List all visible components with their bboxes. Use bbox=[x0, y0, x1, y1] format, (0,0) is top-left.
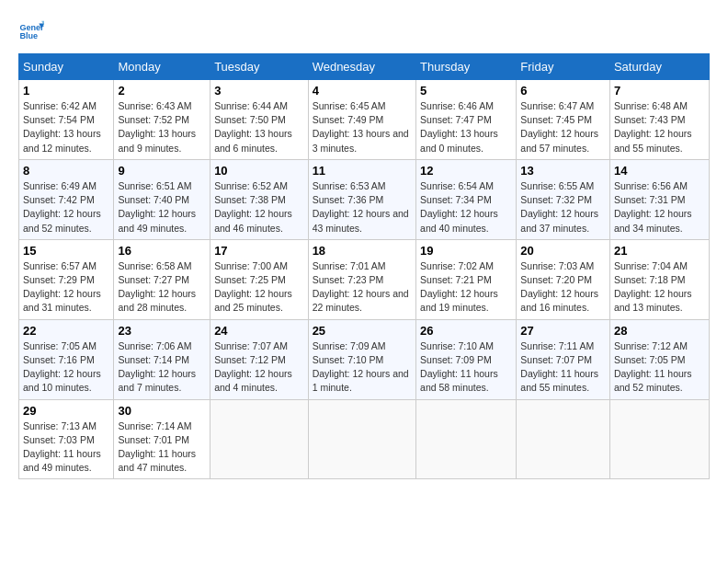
cell-info: Sunrise: 6:47 AM Sunset: 7:45 PM Dayligh… bbox=[520, 99, 606, 155]
logo-icon: General Blue bbox=[18, 18, 44, 44]
calendar-cell: 17 Sunrise: 7:00 AM Sunset: 7:25 PM Dayl… bbox=[210, 239, 309, 319]
day-number: 17 bbox=[214, 244, 304, 258]
week-row-4: 22 Sunrise: 7:05 AM Sunset: 7:16 PM Dayl… bbox=[19, 319, 710, 399]
day-number: 20 bbox=[520, 244, 606, 258]
cell-info: Sunrise: 7:00 AM Sunset: 7:25 PM Dayligh… bbox=[214, 259, 304, 316]
cell-info: Sunrise: 7:07 AM Sunset: 7:12 PM Dayligh… bbox=[214, 339, 304, 396]
calendar-cell: 26 Sunrise: 7:10 AM Sunset: 7:09 PM Dayl… bbox=[416, 319, 517, 399]
day-number: 3 bbox=[214, 84, 304, 98]
cell-info: Sunrise: 6:53 AM Sunset: 7:36 PM Dayligh… bbox=[313, 179, 412, 236]
svg-text:Blue: Blue bbox=[19, 31, 38, 40]
day-number: 21 bbox=[614, 244, 705, 258]
calendar-cell: 23 Sunrise: 7:06 AM Sunset: 7:14 PM Dayl… bbox=[114, 319, 210, 399]
calendar-cell: 27 Sunrise: 7:11 AM Sunset: 7:07 PM Dayl… bbox=[517, 319, 610, 399]
day-number: 27 bbox=[520, 324, 606, 338]
day-number: 24 bbox=[214, 324, 304, 338]
calendar-cell: 14 Sunrise: 6:56 AM Sunset: 7:31 PM Dayl… bbox=[609, 159, 709, 239]
day-number: 5 bbox=[420, 84, 512, 98]
calendar-cell: 24 Sunrise: 7:07 AM Sunset: 7:12 PM Dayl… bbox=[210, 319, 309, 399]
day-number: 6 bbox=[520, 84, 606, 98]
cell-info: Sunrise: 7:04 AM Sunset: 7:18 PM Dayligh… bbox=[614, 259, 705, 316]
calendar-cell: 16 Sunrise: 6:58 AM Sunset: 7:27 PM Dayl… bbox=[114, 239, 210, 319]
cell-info: Sunrise: 7:03 AM Sunset: 7:20 PM Dayligh… bbox=[520, 259, 606, 316]
col-header-friday: Friday bbox=[517, 54, 610, 80]
day-number: 12 bbox=[420, 164, 512, 178]
day-number: 9 bbox=[118, 164, 206, 178]
page-header: General Blue bbox=[18, 18, 710, 44]
calendar-table: SundayMondayTuesdayWednesdayThursdayFrid… bbox=[18, 53, 710, 479]
col-header-monday: Monday bbox=[114, 54, 210, 80]
cell-info: Sunrise: 7:05 AM Sunset: 7:16 PM Dayligh… bbox=[23, 339, 109, 396]
day-number: 8 bbox=[23, 164, 109, 178]
calendar-cell: 10 Sunrise: 6:52 AM Sunset: 7:38 PM Dayl… bbox=[210, 159, 309, 239]
cell-info: Sunrise: 6:44 AM Sunset: 7:50 PM Dayligh… bbox=[214, 99, 304, 155]
day-number: 13 bbox=[520, 164, 606, 178]
cell-info: Sunrise: 6:58 AM Sunset: 7:27 PM Dayligh… bbox=[118, 259, 206, 316]
calendar-cell bbox=[609, 399, 709, 479]
calendar-cell: 13 Sunrise: 6:55 AM Sunset: 7:32 PM Dayl… bbox=[517, 159, 610, 239]
calendar-cell: 2 Sunrise: 6:43 AM Sunset: 7:52 PM Dayli… bbox=[114, 80, 210, 160]
calendar-cell: 25 Sunrise: 7:09 AM Sunset: 7:10 PM Dayl… bbox=[308, 319, 415, 399]
day-number: 1 bbox=[23, 84, 109, 98]
col-header-wednesday: Wednesday bbox=[308, 54, 415, 80]
calendar-cell bbox=[210, 399, 309, 479]
week-row-3: 15 Sunrise: 6:57 AM Sunset: 7:29 PM Dayl… bbox=[19, 239, 710, 319]
calendar-cell: 28 Sunrise: 7:12 AM Sunset: 7:05 PM Dayl… bbox=[609, 319, 709, 399]
cell-info: Sunrise: 7:10 AM Sunset: 7:09 PM Dayligh… bbox=[420, 339, 512, 396]
week-row-2: 8 Sunrise: 6:49 AM Sunset: 7:42 PM Dayli… bbox=[19, 159, 710, 239]
calendar-cell: 3 Sunrise: 6:44 AM Sunset: 7:50 PM Dayli… bbox=[210, 80, 309, 160]
day-number: 10 bbox=[214, 164, 304, 178]
calendar-cell: 29 Sunrise: 7:13 AM Sunset: 7:03 PM Dayl… bbox=[19, 399, 114, 479]
cell-info: Sunrise: 6:54 AM Sunset: 7:34 PM Dayligh… bbox=[420, 179, 512, 236]
col-header-thursday: Thursday bbox=[416, 54, 517, 80]
cell-info: Sunrise: 6:43 AM Sunset: 7:52 PM Dayligh… bbox=[118, 99, 206, 155]
cell-info: Sunrise: 6:57 AM Sunset: 7:29 PM Dayligh… bbox=[23, 259, 109, 316]
week-row-5: 29 Sunrise: 7:13 AM Sunset: 7:03 PM Dayl… bbox=[19, 399, 710, 479]
day-number: 30 bbox=[118, 404, 206, 418]
cell-info: Sunrise: 7:02 AM Sunset: 7:21 PM Dayligh… bbox=[420, 259, 512, 316]
cell-info: Sunrise: 6:52 AM Sunset: 7:38 PM Dayligh… bbox=[214, 179, 304, 236]
day-number: 11 bbox=[313, 164, 412, 178]
calendar-cell: 4 Sunrise: 6:45 AM Sunset: 7:49 PM Dayli… bbox=[308, 80, 415, 160]
calendar-cell: 20 Sunrise: 7:03 AM Sunset: 7:20 PM Dayl… bbox=[517, 239, 610, 319]
day-number: 19 bbox=[420, 244, 512, 258]
cell-info: Sunrise: 6:42 AM Sunset: 7:54 PM Dayligh… bbox=[23, 99, 109, 155]
col-header-sunday: Sunday bbox=[19, 54, 114, 80]
calendar-cell: 11 Sunrise: 6:53 AM Sunset: 7:36 PM Dayl… bbox=[308, 159, 415, 239]
calendar-cell: 9 Sunrise: 6:51 AM Sunset: 7:40 PM Dayli… bbox=[114, 159, 210, 239]
cell-info: Sunrise: 7:11 AM Sunset: 7:07 PM Dayligh… bbox=[520, 339, 606, 396]
calendar-cell bbox=[517, 399, 610, 479]
cell-info: Sunrise: 6:49 AM Sunset: 7:42 PM Dayligh… bbox=[23, 179, 109, 236]
day-number: 15 bbox=[23, 244, 109, 258]
logo: General Blue bbox=[18, 18, 48, 44]
cell-info: Sunrise: 7:13 AM Sunset: 7:03 PM Dayligh… bbox=[23, 419, 109, 476]
calendar-cell: 12 Sunrise: 6:54 AM Sunset: 7:34 PM Dayl… bbox=[416, 159, 517, 239]
day-number: 4 bbox=[313, 84, 412, 98]
day-number: 29 bbox=[23, 404, 109, 418]
cell-info: Sunrise: 6:46 AM Sunset: 7:47 PM Dayligh… bbox=[420, 99, 512, 155]
cell-info: Sunrise: 6:56 AM Sunset: 7:31 PM Dayligh… bbox=[614, 179, 705, 236]
calendar-cell: 8 Sunrise: 6:49 AM Sunset: 7:42 PM Dayli… bbox=[19, 159, 114, 239]
day-number: 25 bbox=[313, 324, 412, 338]
day-number: 28 bbox=[614, 324, 705, 338]
week-row-1: 1 Sunrise: 6:42 AM Sunset: 7:54 PM Dayli… bbox=[19, 80, 710, 160]
calendar-cell: 22 Sunrise: 7:05 AM Sunset: 7:16 PM Dayl… bbox=[19, 319, 114, 399]
cell-info: Sunrise: 7:14 AM Sunset: 7:01 PM Dayligh… bbox=[118, 419, 206, 476]
col-header-tuesday: Tuesday bbox=[210, 54, 309, 80]
day-number: 14 bbox=[614, 164, 705, 178]
calendar-cell bbox=[308, 399, 415, 479]
day-number: 2 bbox=[118, 84, 206, 98]
day-number: 7 bbox=[614, 84, 705, 98]
calendar-cell: 6 Sunrise: 6:47 AM Sunset: 7:45 PM Dayli… bbox=[517, 80, 610, 160]
calendar-cell: 7 Sunrise: 6:48 AM Sunset: 7:43 PM Dayli… bbox=[609, 80, 709, 160]
cell-info: Sunrise: 7:06 AM Sunset: 7:14 PM Dayligh… bbox=[118, 339, 206, 396]
col-header-saturday: Saturday bbox=[609, 54, 709, 80]
calendar-cell: 30 Sunrise: 7:14 AM Sunset: 7:01 PM Dayl… bbox=[114, 399, 210, 479]
cell-info: Sunrise: 7:12 AM Sunset: 7:05 PM Dayligh… bbox=[614, 339, 705, 396]
calendar-cell: 21 Sunrise: 7:04 AM Sunset: 7:18 PM Dayl… bbox=[609, 239, 709, 319]
day-number: 23 bbox=[118, 324, 206, 338]
calendar-cell: 19 Sunrise: 7:02 AM Sunset: 7:21 PM Dayl… bbox=[416, 239, 517, 319]
calendar-cell: 15 Sunrise: 6:57 AM Sunset: 7:29 PM Dayl… bbox=[19, 239, 114, 319]
cell-info: Sunrise: 6:48 AM Sunset: 7:43 PM Dayligh… bbox=[614, 99, 705, 155]
calendar-cell: 18 Sunrise: 7:01 AM Sunset: 7:23 PM Dayl… bbox=[308, 239, 415, 319]
